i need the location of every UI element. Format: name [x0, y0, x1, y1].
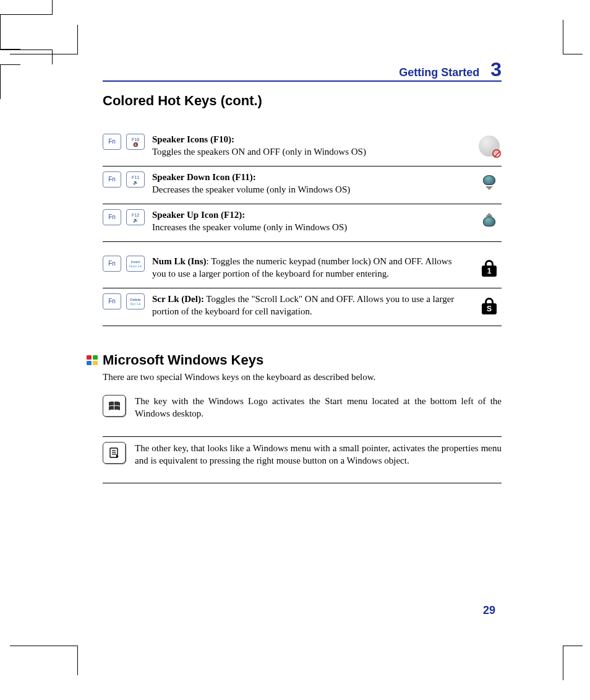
menu-key-icon [103, 442, 126, 464]
insert-key-icon: Insert Num Lk [126, 256, 145, 272]
running-title: Getting Started [399, 66, 479, 79]
hotkey-desc: Speaker Icons (F10): Toggles the speaker… [152, 134, 472, 158]
f12-key-icon: F12 🔊 [126, 209, 145, 225]
windows-logo-key-icon [103, 395, 126, 417]
hotkey-row-numlk: Fn Insert Num Lk Num Lk (Ins): Toggles t… [103, 251, 502, 288]
f10-key-icon: F10 🔇 [126, 134, 145, 150]
crop-mark-top-left [10, 25, 78, 54]
delete-key-icon: Delete Scr Lk [126, 293, 145, 309]
page-header: Getting Started 3 [103, 59, 502, 82]
menu-key-row: The other key, that looks like a Windows… [103, 437, 502, 484]
hotkey-row-scrlk: Fn Delete Scr Lk Scr Lk (Del): Toggles t… [103, 288, 502, 326]
hotkey-row-f12: Fn F12 🔊 Speaker Up Icon (F12): Increase… [103, 204, 502, 242]
chapter-number: 3 [490, 59, 502, 79]
crop-mark-top-right [563, 20, 583, 54]
subsection-header: Microsoft Windows Keys [87, 352, 502, 368]
hotkey-desc: Speaker Up Icon (F12): Increases the spe… [152, 209, 472, 233]
f11-key-icon: F11 🔉 [126, 171, 145, 188]
hotkey-row-f10: Fn F10 🔇 Speaker Icons (F10): Toggles th… [103, 129, 502, 166]
crop-mark-bottom-left [10, 646, 78, 675]
fn-key-icon: Fn [103, 134, 121, 150]
subsection-intro: There are two special Windows keys on th… [103, 372, 502, 382]
fn-key-icon: Fn [103, 171, 121, 188]
fn-key-icon: Fn [103, 293, 121, 309]
fn-key-icon: Fn [103, 256, 121, 272]
num-lock-icon: 1 [477, 256, 502, 280]
page-content: Getting Started 3 Colored Hot Keys (cont… [103, 59, 502, 483]
fn-key-icon: Fn [103, 209, 121, 225]
hotkey-desc: Num Lk (Ins): Toggles the numeric keypad… [152, 256, 472, 280]
crop-mark-bottom-right-inner [0, 64, 20, 99]
windows-flag-icon [87, 355, 98, 365]
scroll-lock-icon: S [477, 293, 502, 318]
speaker-up-icon [477, 209, 502, 234]
windows-key-desc: The key with the Windows Logo activates … [135, 395, 502, 420]
speaker-down-icon [477, 171, 502, 196]
speaker-mute-icon [477, 134, 502, 158]
crop-mark-bottom-right [563, 646, 583, 680]
hotkey-desc: Scr Lk (Del): Toggles the "Scroll Lock" … [152, 293, 472, 318]
subsection-title: Microsoft Windows Keys [103, 352, 263, 368]
hotkey-row-f11: Fn F11 🔉 Speaker Down Icon (F11): Decrea… [103, 166, 502, 204]
hotkey-desc: Speaker Down Icon (F11): Decreases the s… [152, 171, 472, 196]
section-title: Colored Hot Keys (cont.) [103, 93, 502, 109]
crop-mark-top-left-inner [0, 0, 53, 15]
page-number: 29 [483, 604, 495, 617]
windows-key-row: The key with the Windows Logo activates … [103, 390, 502, 437]
menu-key-desc: The other key, that looks like a Windows… [135, 442, 502, 467]
